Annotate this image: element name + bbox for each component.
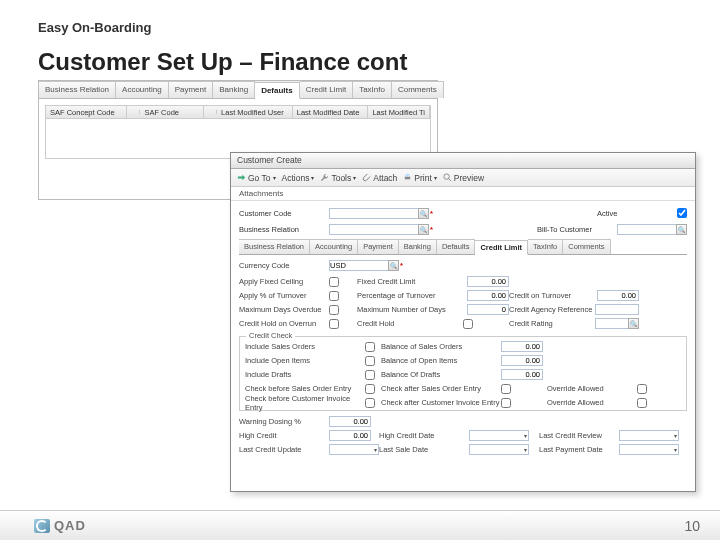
- apply-fixed-ceiling-checkbox[interactable]: [329, 277, 339, 287]
- col-saf-concept[interactable]: SAF Concept Code: [46, 106, 127, 119]
- override-allowed-1-checkbox[interactable]: [637, 384, 647, 394]
- max-num-days-label: Maximum Number of Days: [357, 303, 463, 316]
- balance-open-items-label: Balance of Open Items: [381, 354, 501, 367]
- fixed-credit-limit-input[interactable]: [467, 276, 509, 287]
- col-last-date[interactable]: Last Modified Date: [293, 106, 369, 119]
- last-sale-date-picker[interactable]: [469, 444, 529, 455]
- pct-turnover-input[interactable]: [467, 290, 509, 301]
- warning-dosing-input[interactable]: [329, 416, 371, 427]
- tab-business-relation[interactable]: Business Relation: [39, 81, 116, 98]
- high-credit-input[interactable]: [329, 430, 371, 441]
- credit-rating-label: Credit Rating: [509, 317, 593, 330]
- include-open-items-checkbox[interactable]: [365, 356, 375, 366]
- tab-defaults[interactable]: Defaults: [255, 82, 300, 99]
- currency-code-label: Currency Code: [239, 261, 329, 270]
- include-drafts-checkbox[interactable]: [365, 370, 375, 380]
- credit-hold-checkbox[interactable]: [463, 319, 473, 329]
- bill-to-label: Bill-To Customer: [537, 225, 617, 234]
- include-sales-orders-checkbox[interactable]: [365, 342, 375, 352]
- max-days-overdue-checkbox[interactable]: [329, 305, 339, 315]
- active-checkbox[interactable]: [677, 208, 687, 218]
- lookup-icon[interactable]: 🔍: [418, 224, 429, 235]
- col-saf-code[interactable]: SAF Code: [140, 106, 203, 119]
- warning-dosing-label: Warning Dosing %: [239, 415, 329, 428]
- last-credit-review-picker[interactable]: [619, 430, 679, 441]
- business-relation-label: Business Relation: [239, 225, 329, 234]
- col-last-time[interactable]: Last Modified Ti: [368, 106, 430, 119]
- include-sales-orders-label: Include Sales Orders: [245, 340, 365, 353]
- customer-create-window: Customer Create Go To▾ Actions▾ Tools▾ A…: [230, 152, 696, 492]
- required-marker: *: [430, 225, 433, 234]
- check-before-so-checkbox[interactable]: [365, 384, 375, 394]
- last-credit-update-picker[interactable]: [329, 444, 379, 455]
- tab-comments-back[interactable]: Comments: [392, 81, 444, 98]
- last-payment-date-label: Last Payment Date: [539, 443, 619, 456]
- brand-text: QAD: [54, 518, 86, 533]
- apply-pct-turnover-checkbox[interactable]: [329, 291, 339, 301]
- col-last-user[interactable]: Last Modified User: [217, 106, 293, 119]
- itab-business-relation[interactable]: Business Relation: [239, 239, 310, 254]
- currency-code-input[interactable]: [329, 260, 389, 271]
- credit-hold-overrun-checkbox[interactable]: [329, 319, 339, 329]
- toolbar-actions-label: Actions: [282, 173, 310, 183]
- itab-credit-limit[interactable]: Credit Limit: [475, 240, 528, 255]
- toolbar-print[interactable]: Print▾: [403, 173, 436, 183]
- balance-open-items-value: [501, 355, 543, 366]
- page-number: 10: [684, 518, 700, 534]
- back-tabs: Business Relation Accounting Payment Ban…: [39, 81, 437, 99]
- brand-logo: QAD: [34, 518, 86, 533]
- bill-to-input[interactable]: [617, 224, 677, 235]
- last-payment-date-picker[interactable]: [619, 444, 679, 455]
- itab-payment[interactable]: Payment: [358, 239, 399, 254]
- high-credit-date-picker[interactable]: [469, 430, 529, 441]
- attachments-bar[interactable]: Attachments: [231, 187, 695, 201]
- max-days-overdue-label: Maximum Days Overdue: [239, 303, 329, 316]
- toolbar-preview-label: Preview: [454, 173, 484, 183]
- check-after-inv-checkbox[interactable]: [501, 398, 511, 408]
- toolbar-tools[interactable]: Tools▾: [320, 173, 356, 183]
- tab-accounting[interactable]: Accounting: [116, 81, 169, 98]
- tab-taxinfo-back[interactable]: TaxInfo: [353, 81, 392, 98]
- itab-taxinfo[interactable]: TaxInfo: [528, 239, 563, 254]
- itab-comments[interactable]: Comments: [563, 239, 610, 254]
- lookup-icon[interactable]: 🔍: [676, 224, 687, 235]
- customer-code-input[interactable]: [329, 208, 419, 219]
- balance-drafts-value: [501, 369, 543, 380]
- toolbar-preview[interactable]: Preview: [443, 173, 484, 183]
- lookup-icon[interactable]: 🔍: [418, 208, 429, 219]
- balance-drafts-label: Balance Of Drafts: [381, 368, 501, 381]
- business-relation-input[interactable]: [329, 224, 419, 235]
- tab-banking[interactable]: Banking: [213, 81, 255, 98]
- itab-accounting[interactable]: Accounting: [310, 239, 358, 254]
- tab-credit-limit-back[interactable]: Credit Limit: [300, 81, 353, 98]
- required-marker: *: [430, 209, 433, 218]
- lookup-icon[interactable]: 🔍: [388, 260, 399, 271]
- check-before-inv-checkbox[interactable]: [365, 398, 375, 408]
- include-drafts-label: Include Drafts: [245, 368, 365, 381]
- itab-banking[interactable]: Banking: [399, 239, 437, 254]
- check-after-so-checkbox[interactable]: [501, 384, 511, 394]
- last-credit-review-label: Last Credit Review: [539, 429, 619, 442]
- tab-payment[interactable]: Payment: [169, 81, 214, 98]
- credit-on-turnover-input[interactable]: [597, 290, 639, 301]
- toolbar-actions[interactable]: Actions▾: [282, 173, 315, 183]
- svg-rect-1: [406, 174, 410, 177]
- slide-small-title: Easy On-Boarding: [38, 20, 151, 35]
- credit-rating-input[interactable]: [595, 318, 629, 329]
- itab-defaults[interactable]: Defaults: [437, 239, 476, 254]
- max-num-days-input[interactable]: [467, 304, 509, 315]
- credit-agency-ref-input[interactable]: [595, 304, 639, 315]
- lookup-icon[interactable]: 🔍: [628, 318, 639, 329]
- toolbar-goto[interactable]: Go To▾: [237, 173, 276, 183]
- inner-tabs: Business Relation Accounting Payment Ban…: [239, 239, 687, 255]
- toolbar: Go To▾ Actions▾ Tools▾ Attach Print▾: [231, 169, 695, 187]
- slide-footer: QAD 10: [0, 510, 720, 540]
- override-allowed-2-checkbox[interactable]: [637, 398, 647, 408]
- toolbar-tools-label: Tools: [331, 173, 351, 183]
- col-sep2: [204, 110, 217, 114]
- toolbar-attach[interactable]: Attach: [362, 173, 397, 183]
- svg-rect-0: [405, 177, 410, 180]
- printer-icon: [403, 173, 412, 182]
- paperclip-icon: [362, 173, 371, 182]
- balance-sales-orders-label: Balance of Sales Orders: [381, 340, 501, 353]
